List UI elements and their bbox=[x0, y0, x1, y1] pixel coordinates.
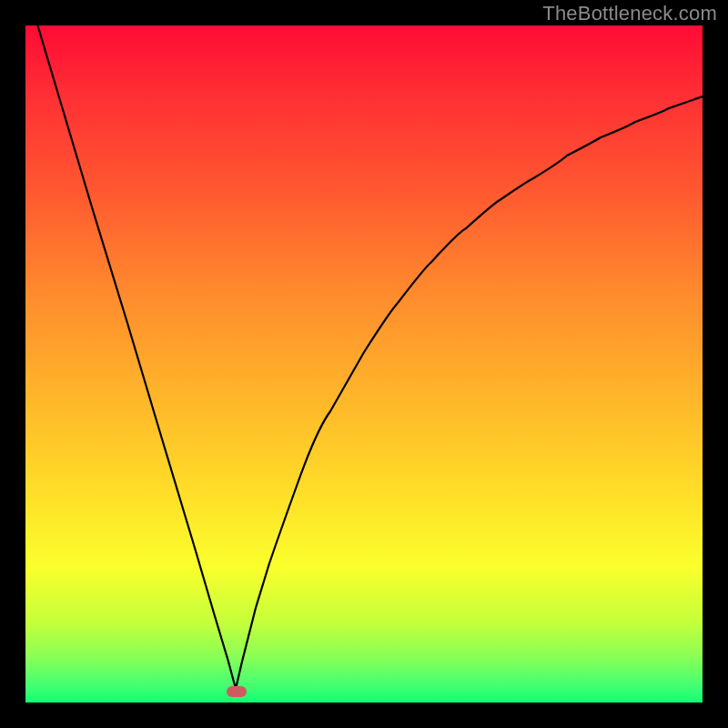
watermark-text: TheBottleneck.com bbox=[542, 2, 717, 25]
curve-left-branch bbox=[25, 25, 236, 689]
curve-right-branch bbox=[236, 96, 703, 689]
bottleneck-curve bbox=[25, 25, 703, 703]
plot-area bbox=[25, 25, 703, 703]
valley-marker bbox=[227, 686, 247, 697]
chart-frame: TheBottleneck.com bbox=[0, 0, 728, 728]
